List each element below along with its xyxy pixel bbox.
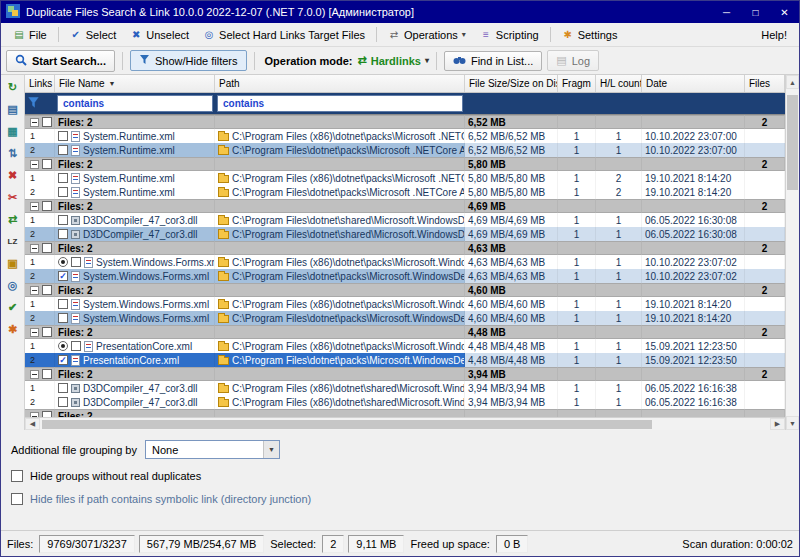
minimize-button[interactable]: ─ <box>712 1 741 23</box>
collapse-icon[interactable] <box>30 412 39 418</box>
scroll-down-icon[interactable]: ▼ <box>786 416 799 430</box>
file-checkbox[interactable] <box>58 271 68 281</box>
menu-item-file[interactable]: ▤File <box>7 27 53 43</box>
file-name-filter-input[interactable]: contains <box>57 95 213 112</box>
file-row[interactable]: 1System.Runtime.xmlC:\Program Files (x86… <box>25 129 785 143</box>
file-row[interactable]: 2System.Windows.Forms.xmlC:\Program File… <box>25 311 785 325</box>
collapse-icon[interactable] <box>30 118 39 127</box>
group-checkbox[interactable] <box>42 201 52 211</box>
file-checkbox[interactable] <box>58 229 68 239</box>
file-row[interactable]: 1D3DCompiler_47_cor3.dllC:\Program Files… <box>25 213 785 227</box>
hardlink-target-icon[interactable] <box>58 257 68 267</box>
group-checkbox[interactable] <box>42 117 52 127</box>
menu-item-select[interactable]: ✔Select <box>64 27 123 43</box>
file-checkbox[interactable] <box>58 313 68 323</box>
file-checkbox[interactable] <box>58 187 68 197</box>
column-header-file-name[interactable]: File Name ▼ <box>55 75 215 92</box>
group-checkbox[interactable] <box>42 243 52 253</box>
hide-symlink-checkbox[interactable] <box>11 493 23 505</box>
grouping-select[interactable]: None ▼ <box>145 440 280 459</box>
target-icon[interactable]: ◎ <box>5 278 21 293</box>
horizontal-scroll-thumb[interactable] <box>42 420 652 429</box>
file-row[interactable]: 1System.Windows.Forms.xmlC:\Program File… <box>25 297 785 311</box>
column-header-fragm[interactable]: Fragm <box>558 75 596 92</box>
compress-lz-icon[interactable]: LZ <box>5 234 21 249</box>
file-row[interactable]: 1System.Windows.Forms.xmlC:\Program File… <box>25 255 785 269</box>
start-search-button[interactable]: Start Search... <box>6 50 115 72</box>
vertical-scroll-thumb[interactable] <box>787 95 798 190</box>
select-check-icon[interactable]: ✔ <box>5 300 21 315</box>
group-row[interactable]: Files: 23,94 MB2 <box>25 367 785 381</box>
find-in-list-button[interactable]: Find in List... <box>444 51 542 71</box>
menu-item-scripting[interactable]: ≡Scripting <box>474 27 545 43</box>
collapse-icon[interactable] <box>30 244 39 253</box>
group-row[interactable]: Files: 2 <box>25 409 785 417</box>
file-row[interactable]: 2System.Runtime.xmlC:\Program Files\dotn… <box>25 185 785 199</box>
scroll-up-icon[interactable]: ▲ <box>786 75 799 89</box>
file-checkbox[interactable] <box>58 397 68 407</box>
close-button[interactable]: ✕ <box>770 1 799 23</box>
group-row[interactable]: Files: 24,48 MB2 <box>25 325 785 339</box>
delete-icon[interactable]: ✖ <box>5 168 21 183</box>
export-icon[interactable]: ▦ <box>5 124 21 139</box>
file-checkbox[interactable] <box>58 131 68 141</box>
cut-icon[interactable]: ✂ <box>5 190 21 205</box>
column-header-hl-count[interactable]: H/L count <box>596 75 642 92</box>
file-row[interactable]: 1D3DCompiler_47_cor3.dllC:\Program Files… <box>25 381 785 395</box>
horizontal-scrollbar[interactable]: ◀ ▶ <box>25 417 785 430</box>
folder-ops-icon[interactable]: ▣ <box>5 256 21 271</box>
collapse-icon[interactable] <box>30 160 39 169</box>
operation-mode-selector[interactable]: ⇄ Hardlinks ▾ <box>358 54 429 67</box>
collapse-icon[interactable] <box>30 202 39 211</box>
menu-item-help[interactable]: Help! <box>755 27 793 43</box>
group-row[interactable]: Files: 24,69 MB2 <box>25 199 785 213</box>
hardlink-icon[interactable]: ⇄ <box>5 212 21 227</box>
file-checkbox[interactable] <box>71 341 81 351</box>
file-checkbox[interactable] <box>71 257 81 267</box>
titlebar[interactable]: Duplicate Files Search & Link 10.0.0 202… <box>1 1 799 23</box>
file-row[interactable]: 1System.Runtime.xmlC:\Program Files (x86… <box>25 171 785 185</box>
settings-icon[interactable]: ✱ <box>5 322 21 337</box>
log-button[interactable]: ▤ Log <box>547 50 599 71</box>
column-header-files[interactable]: Files <box>745 75 785 92</box>
menu-item-unselect[interactable]: ✖Unselect <box>124 27 195 43</box>
file-row[interactable]: 2System.Windows.Forms.xmlC:\Program File… <box>25 269 785 283</box>
file-checkbox[interactable] <box>58 145 68 155</box>
column-header-date[interactable]: Date <box>642 75 745 92</box>
move-files-icon[interactable]: ⇅ <box>5 146 21 161</box>
column-header-size[interactable]: File Size/Size on Disk <box>465 75 558 92</box>
vertical-scroll-track[interactable] <box>786 89 799 416</box>
menu-item-select-hard-links-target-files[interactable]: ◎Select Hard Links Target Files <box>197 27 371 43</box>
collapse-icon[interactable] <box>30 370 39 379</box>
hide-groups-checkbox[interactable] <box>11 470 23 482</box>
group-row[interactable]: Files: 25,80 MB2 <box>25 157 785 171</box>
vertical-scrollbar[interactable]: ▲ ▼ <box>785 75 799 430</box>
file-row[interactable]: 2System.Runtime.xmlC:\Program Files\dotn… <box>25 143 785 157</box>
file-checkbox[interactable] <box>58 383 68 393</box>
show-hide-filters-button[interactable]: Show/Hide filters <box>130 50 247 71</box>
hide-groups-option[interactable]: Hide groups without real duplicates <box>11 470 789 482</box>
group-checkbox[interactable] <box>42 285 52 295</box>
group-checkbox[interactable] <box>42 369 52 379</box>
file-checkbox[interactable] <box>58 173 68 183</box>
file-row[interactable]: 2PresentationCore.xmlC:\Program Files\do… <box>25 353 785 367</box>
menu-item-operations[interactable]: ⇄Operations▾ <box>382 27 472 43</box>
column-header-path[interactable]: Path <box>215 75 465 92</box>
column-header-links[interactable]: Links <box>25 75 55 92</box>
scroll-left-icon[interactable]: ◀ <box>25 418 40 430</box>
group-row[interactable]: Files: 24,63 MB2 <box>25 241 785 255</box>
path-filter-input[interactable]: contains <box>217 95 463 112</box>
group-checkbox[interactable] <box>42 159 52 169</box>
group-checkbox[interactable] <box>42 327 52 337</box>
report-icon[interactable]: ▤ <box>5 102 21 117</box>
maximize-button[interactable]: □ <box>741 1 770 23</box>
group-row[interactable]: Files: 26,52 MB2 <box>25 115 785 129</box>
file-row[interactable]: 2D3DCompiler_47_cor3.dllC:\Program Files… <box>25 395 785 409</box>
collapse-icon[interactable] <box>30 328 39 337</box>
hide-symlink-option[interactable]: Hide files if path contains symbolic lin… <box>11 493 789 505</box>
refresh-icon[interactable]: ↻ <box>5 80 21 95</box>
file-checkbox[interactable] <box>58 299 68 309</box>
file-row[interactable]: 1PresentationCore.xmlC:\Program Files (x… <box>25 339 785 353</box>
scroll-right-icon[interactable]: ▶ <box>770 418 785 430</box>
file-row[interactable]: 2D3DCompiler_47_cor3.dllC:\Program Files… <box>25 227 785 241</box>
